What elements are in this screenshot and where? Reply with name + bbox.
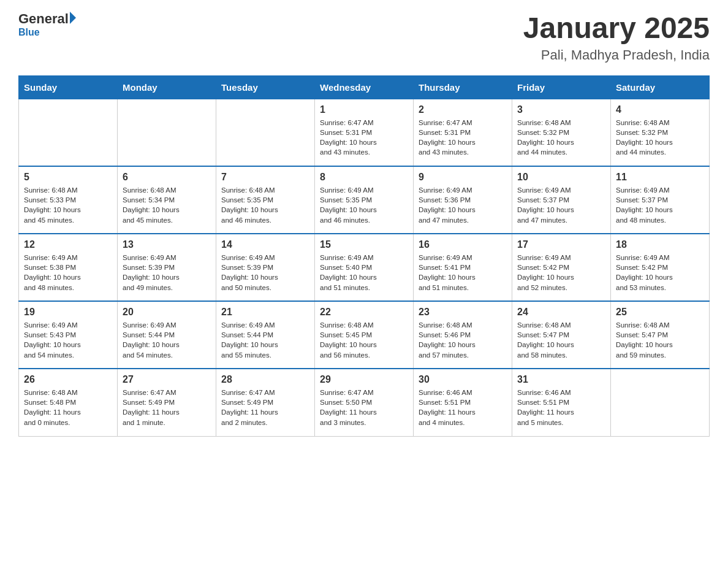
day-info: Sunrise: 6:47 AMSunset: 5:50 PMDaylight:… xyxy=(320,388,408,427)
day-info: Sunrise: 6:48 AMSunset: 5:35 PMDaylight:… xyxy=(221,185,309,224)
day-number: 8 xyxy=(320,172,408,183)
day-info: Sunrise: 6:49 AMSunset: 5:44 PMDaylight:… xyxy=(123,320,211,359)
calendar-day-cell: 23Sunrise: 6:48 AMSunset: 5:46 PMDayligh… xyxy=(414,301,512,369)
day-info: Sunrise: 6:46 AMSunset: 5:51 PMDaylight:… xyxy=(517,388,605,427)
day-info: Sunrise: 6:48 AMSunset: 5:47 PMDaylight:… xyxy=(517,320,605,359)
day-number: 4 xyxy=(616,104,704,115)
title-section: January 2025 Pali, Madhya Pradesh, India xyxy=(523,12,710,63)
day-info: Sunrise: 6:48 AMSunset: 5:45 PMDaylight:… xyxy=(320,320,408,359)
logo: General Blue xyxy=(18,12,76,38)
day-info: Sunrise: 6:49 AMSunset: 5:37 PMDaylight:… xyxy=(517,185,605,224)
day-info: Sunrise: 6:48 AMSunset: 5:32 PMDaylight:… xyxy=(517,118,605,157)
day-info: Sunrise: 6:49 AMSunset: 5:44 PMDaylight:… xyxy=(221,320,309,359)
calendar-week-row: 1Sunrise: 6:47 AMSunset: 5:31 PMDaylight… xyxy=(19,99,710,166)
day-info: Sunrise: 6:47 AMSunset: 5:49 PMDaylight:… xyxy=(123,388,211,427)
day-number: 3 xyxy=(517,104,605,115)
calendar-day-cell: 5Sunrise: 6:48 AMSunset: 5:33 PMDaylight… xyxy=(19,166,118,234)
calendar-week-row: 12Sunrise: 6:49 AMSunset: 5:38 PMDayligh… xyxy=(19,234,710,301)
calendar-week-row: 19Sunrise: 6:49 AMSunset: 5:43 PMDayligh… xyxy=(19,301,710,369)
calendar-day-cell: 31Sunrise: 6:46 AMSunset: 5:51 PMDayligh… xyxy=(512,369,611,436)
day-info: Sunrise: 6:49 AMSunset: 5:39 PMDaylight:… xyxy=(123,253,211,292)
calendar-day-cell xyxy=(19,99,118,166)
page-header: General Blue January 2025 Pali, Madhya P… xyxy=(18,12,710,63)
calendar-day-header: Thursday xyxy=(414,75,512,99)
day-number: 17 xyxy=(517,239,605,250)
calendar-day-cell xyxy=(118,99,216,166)
calendar-day-cell: 9Sunrise: 6:49 AMSunset: 5:36 PMDaylight… xyxy=(414,166,512,234)
day-info: Sunrise: 6:47 AMSunset: 5:31 PMDaylight:… xyxy=(419,118,507,157)
calendar-day-header: Monday xyxy=(118,75,216,99)
logo-general-text: General xyxy=(18,12,69,26)
day-number: 13 xyxy=(123,239,211,250)
day-number: 7 xyxy=(221,172,309,183)
day-info: Sunrise: 6:48 AMSunset: 5:48 PMDaylight:… xyxy=(24,388,112,427)
day-info: Sunrise: 6:49 AMSunset: 5:42 PMDaylight:… xyxy=(616,253,704,292)
day-info: Sunrise: 6:49 AMSunset: 5:38 PMDaylight:… xyxy=(24,253,112,292)
day-number: 31 xyxy=(517,374,605,385)
day-number: 23 xyxy=(419,307,507,318)
calendar-day-header: Wednesday xyxy=(315,75,414,99)
day-info: Sunrise: 6:49 AMSunset: 5:35 PMDaylight:… xyxy=(320,185,408,224)
calendar-day-cell: 11Sunrise: 6:49 AMSunset: 5:37 PMDayligh… xyxy=(611,166,710,234)
calendar-day-cell: 12Sunrise: 6:49 AMSunset: 5:38 PMDayligh… xyxy=(19,234,118,301)
day-number: 16 xyxy=(419,239,507,250)
day-number: 11 xyxy=(616,172,704,183)
calendar-week-row: 26Sunrise: 6:48 AMSunset: 5:48 PMDayligh… xyxy=(19,369,710,436)
day-info: Sunrise: 6:47 AMSunset: 5:49 PMDaylight:… xyxy=(221,388,309,427)
day-number: 19 xyxy=(24,307,112,318)
day-number: 26 xyxy=(24,374,112,385)
calendar-day-cell: 16Sunrise: 6:49 AMSunset: 5:41 PMDayligh… xyxy=(414,234,512,301)
calendar-day-cell: 14Sunrise: 6:49 AMSunset: 5:39 PMDayligh… xyxy=(216,234,315,301)
day-info: Sunrise: 6:49 AMSunset: 5:37 PMDaylight:… xyxy=(616,185,704,224)
calendar-day-header: Sunday xyxy=(19,75,118,99)
day-number: 14 xyxy=(221,239,309,250)
calendar-day-cell: 24Sunrise: 6:48 AMSunset: 5:47 PMDayligh… xyxy=(512,301,611,369)
day-info: Sunrise: 6:49 AMSunset: 5:36 PMDaylight:… xyxy=(419,185,507,224)
calendar-day-cell: 4Sunrise: 6:48 AMSunset: 5:32 PMDaylight… xyxy=(611,99,710,166)
day-number: 5 xyxy=(24,172,112,183)
day-number: 25 xyxy=(616,307,704,318)
logo-triangle-icon xyxy=(70,12,76,24)
day-number: 20 xyxy=(123,307,211,318)
day-number: 12 xyxy=(24,239,112,250)
calendar-day-cell: 18Sunrise: 6:49 AMSunset: 5:42 PMDayligh… xyxy=(611,234,710,301)
calendar-day-cell: 10Sunrise: 6:49 AMSunset: 5:37 PMDayligh… xyxy=(512,166,611,234)
day-info: Sunrise: 6:48 AMSunset: 5:34 PMDaylight:… xyxy=(123,185,211,224)
day-info: Sunrise: 6:49 AMSunset: 5:39 PMDaylight:… xyxy=(221,253,309,292)
calendar-day-cell: 25Sunrise: 6:48 AMSunset: 5:47 PMDayligh… xyxy=(611,301,710,369)
day-number: 27 xyxy=(123,374,211,385)
logo-blue-text: Blue xyxy=(18,27,76,38)
calendar-day-cell: 28Sunrise: 6:47 AMSunset: 5:49 PMDayligh… xyxy=(216,369,315,436)
calendar-day-cell: 7Sunrise: 6:48 AMSunset: 5:35 PMDaylight… xyxy=(216,166,315,234)
calendar-day-cell: 2Sunrise: 6:47 AMSunset: 5:31 PMDaylight… xyxy=(414,99,512,166)
calendar-day-header: Tuesday xyxy=(216,75,315,99)
calendar-day-cell: 20Sunrise: 6:49 AMSunset: 5:44 PMDayligh… xyxy=(118,301,216,369)
day-number: 1 xyxy=(320,104,408,115)
day-info: Sunrise: 6:47 AMSunset: 5:31 PMDaylight:… xyxy=(320,118,408,157)
calendar-header-row: SundayMondayTuesdayWednesdayThursdayFrid… xyxy=(19,75,710,99)
day-info: Sunrise: 6:49 AMSunset: 5:40 PMDaylight:… xyxy=(320,253,408,292)
calendar-day-cell: 17Sunrise: 6:49 AMSunset: 5:42 PMDayligh… xyxy=(512,234,611,301)
calendar-day-cell xyxy=(611,369,710,436)
day-info: Sunrise: 6:48 AMSunset: 5:33 PMDaylight:… xyxy=(24,185,112,224)
calendar-day-cell: 15Sunrise: 6:49 AMSunset: 5:40 PMDayligh… xyxy=(315,234,414,301)
day-info: Sunrise: 6:48 AMSunset: 5:46 PMDaylight:… xyxy=(419,320,507,359)
calendar-day-header: Friday xyxy=(512,75,611,99)
calendar-week-row: 5Sunrise: 6:48 AMSunset: 5:33 PMDaylight… xyxy=(19,166,710,234)
day-number: 30 xyxy=(419,374,507,385)
day-info: Sunrise: 6:49 AMSunset: 5:41 PMDaylight:… xyxy=(419,253,507,292)
calendar-day-cell: 6Sunrise: 6:48 AMSunset: 5:34 PMDaylight… xyxy=(118,166,216,234)
day-number: 22 xyxy=(320,307,408,318)
calendar-title: January 2025 xyxy=(523,12,710,45)
day-number: 10 xyxy=(517,172,605,183)
calendar-subtitle: Pali, Madhya Pradesh, India xyxy=(523,47,710,63)
calendar-day-cell: 26Sunrise: 6:48 AMSunset: 5:48 PMDayligh… xyxy=(19,369,118,436)
day-number: 29 xyxy=(320,374,408,385)
day-number: 6 xyxy=(123,172,211,183)
day-number: 15 xyxy=(320,239,408,250)
day-number: 18 xyxy=(616,239,704,250)
day-info: Sunrise: 6:48 AMSunset: 5:32 PMDaylight:… xyxy=(616,118,704,157)
day-number: 2 xyxy=(419,104,507,115)
calendar-day-cell: 1Sunrise: 6:47 AMSunset: 5:31 PMDaylight… xyxy=(315,99,414,166)
day-number: 9 xyxy=(419,172,507,183)
